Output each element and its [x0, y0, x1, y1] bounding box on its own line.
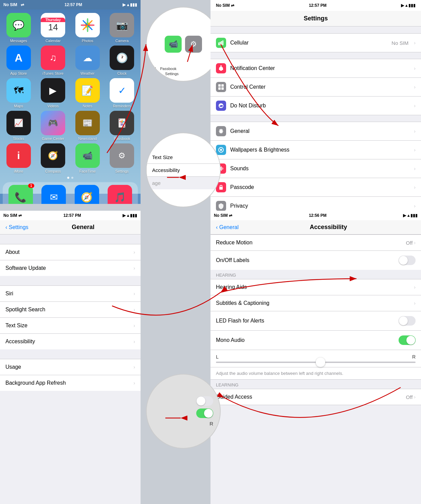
app-calendar[interactable]: Thursday 14 Calendar: [37, 13, 69, 43]
background-refresh-row[interactable]: Background App Refresh ›: [0, 375, 141, 391]
app-camera[interactable]: 📷 Camera: [106, 13, 138, 43]
cellular-icon: [216, 38, 226, 48]
notification-row[interactable]: Notification Center ›: [210, 59, 421, 78]
sounds-label: Sounds: [230, 166, 410, 172]
gamecenter-label: Game Center: [42, 137, 64, 141]
usage-row[interactable]: Usage ›: [0, 359, 141, 375]
access-back-button[interactable]: ‹ General: [216, 224, 239, 230]
spotlight-row[interactable]: Spotlight Search ›: [0, 301, 141, 318]
dock-safari[interactable]: 🧭 Safari: [72, 185, 102, 204]
cellular-row[interactable]: Cellular No SIM ›: [210, 33, 421, 52]
svg-rect-7: [222, 40, 223, 45]
sounds-row[interactable]: Sounds ›: [210, 159, 421, 178]
app-compass[interactable]: 🧭 Compass: [37, 143, 69, 173]
hearing-aids-row[interactable]: Hearing Aids ›: [210, 279, 421, 295]
access-title: Accessibility: [241, 224, 416, 231]
page-dot-1: [67, 177, 69, 179]
app-newsstand[interactable]: 📰 Newsstand: [72, 111, 104, 141]
zoom-mid-arrow: [147, 133, 220, 207]
app-maps[interactable]: 🗺 Maps: [3, 78, 35, 108]
settings-time: 12:57 PM: [309, 3, 327, 8]
app-passbook[interactable]: 🃏 Passbook: [106, 111, 138, 141]
photos-label: Photos: [82, 39, 93, 43]
access-carrier: No SIM ⇌: [214, 213, 232, 218]
section-gap-2: [0, 276, 141, 285]
app-videos[interactable]: ▶ Videos: [37, 78, 69, 108]
camera-icon: 📷: [110, 13, 134, 37]
calendar-label: Calendar: [45, 39, 61, 43]
app-reminders[interactable]: ✓ Reminders: [106, 78, 138, 108]
subtitles-row[interactable]: Subtitles & Captioning ›: [210, 295, 421, 311]
home-status-bar: No SIM ⇌ 12:57 PM ▶ ▴ ▮▮▮: [0, 0, 141, 10]
clock-label: Clock: [117, 71, 127, 75]
newsstand-label: Newsstand: [78, 137, 97, 141]
access-battery: ▶ ▴ ▮▮▮: [403, 213, 418, 218]
newsstand-icon: 📰: [75, 111, 100, 135]
settings-battery: ▶ ▴ ▮▮▮: [401, 3, 416, 8]
general-title: General: [31, 224, 135, 231]
reminders-icon: ✓: [110, 78, 134, 103]
guided-access-row[interactable]: Guided Access Off ›: [210, 389, 421, 405]
siri-row[interactable]: Siri ›: [0, 285, 141, 302]
led-flash-row[interactable]: LED Flash for Alerts: [210, 311, 421, 331]
gamecenter-icon: 🎮: [41, 111, 65, 135]
passcode-row[interactable]: Passcode ›: [210, 178, 421, 197]
app-clock[interactable]: 🕐 Clock: [106, 46, 138, 75]
app-imore[interactable]: i iMore: [3, 143, 35, 173]
control-center-row[interactable]: Control Center ›: [210, 77, 421, 97]
status-carrier: No SIM ⇌: [3, 2, 24, 7]
safari-icon: 🧭: [75, 185, 99, 204]
dock-phone[interactable]: 📞 1 Phone: [5, 185, 36, 204]
zoom-circle-bot: R: [146, 374, 221, 449]
svg-rect-10: [218, 84, 221, 87]
app-notes[interactable]: 📝 Notes: [72, 78, 104, 108]
app-messages[interactable]: 💬 Messages: [3, 13, 35, 43]
slider-thumb[interactable]: [316, 358, 325, 367]
app-itunes[interactable]: ♫ iTunes Store: [37, 46, 69, 75]
imore-icon: i: [6, 143, 31, 168]
dnd-row[interactable]: Do Not Disturb ›: [210, 96, 421, 115]
reduce-motion-row[interactable]: Reduce Motion Off ›: [210, 234, 421, 251]
software-update-row[interactable]: Software Update ›: [0, 260, 141, 276]
app-weather[interactable]: ☁ Weather: [72, 46, 104, 75]
zoom-bot-arrow: [147, 375, 220, 448]
app-stocks[interactable]: 📈 Stocks: [3, 111, 35, 141]
onoff-labels-row[interactable]: On/Off Labels: [210, 250, 421, 270]
notes-label: Notes: [83, 104, 92, 108]
accessibility-chevron: ›: [133, 339, 135, 344]
wallpaper-row[interactable]: Wallpapers & Brightness ›: [210, 140, 421, 159]
wallpaper-chevron: ›: [414, 147, 416, 153]
mono-audio-toggle[interactable]: [399, 335, 416, 345]
svg-point-16: [220, 149, 222, 151]
general-rows-section-1: About › Software Update ›: [0, 244, 141, 276]
mono-audio-row[interactable]: Mono Audio: [210, 330, 421, 350]
accessibility-row[interactable]: Accessibility ›: [0, 333, 141, 350]
subtitles-label: Subtitles & Captioning: [216, 300, 414, 306]
settings-section-2: Notification Center › Control Center › D…: [210, 59, 421, 115]
dock-mail[interactable]: ✉ Mail: [39, 185, 69, 204]
general-row[interactable]: General ›: [210, 122, 421, 141]
settings-icon: ⚙: [110, 143, 134, 168]
app-appstore[interactable]: A App Store: [3, 46, 35, 75]
svg-rect-9: [220, 70, 222, 71]
onoff-labels-toggle[interactable]: [399, 256, 416, 265]
imore-label: iMore: [14, 169, 23, 173]
facetime-label: FaceTime: [79, 169, 96, 173]
slider-track[interactable]: [216, 362, 416, 363]
slider-description: Adjust the audio volume balance between …: [210, 367, 421, 380]
access-time: 12:56 PM: [309, 213, 327, 218]
svg-rect-6: [221, 41, 222, 45]
app-facetime[interactable]: 📹 FaceTime: [72, 143, 104, 173]
general-back-button[interactable]: ‹ Settings: [5, 224, 29, 230]
led-flash-toggle[interactable]: [399, 316, 416, 326]
dock-music[interactable]: 🎵 Music: [105, 185, 135, 204]
guided-access-value: Off: [406, 394, 413, 400]
app-settings[interactable]: ⚙ Settings: [106, 143, 138, 173]
dock: 📞 1 Phone ✉ Mail 🧭 Safari 🎵 Music: [3, 182, 138, 204]
app-gamecenter[interactable]: 🎮 Game Center: [37, 111, 69, 141]
about-row[interactable]: About ›: [0, 244, 141, 260]
svg-point-8: [220, 65, 222, 67]
text-size-row[interactable]: Text Size ›: [0, 317, 141, 334]
app-photos[interactable]: Photos: [72, 13, 104, 43]
svg-rect-11: [221, 84, 224, 87]
